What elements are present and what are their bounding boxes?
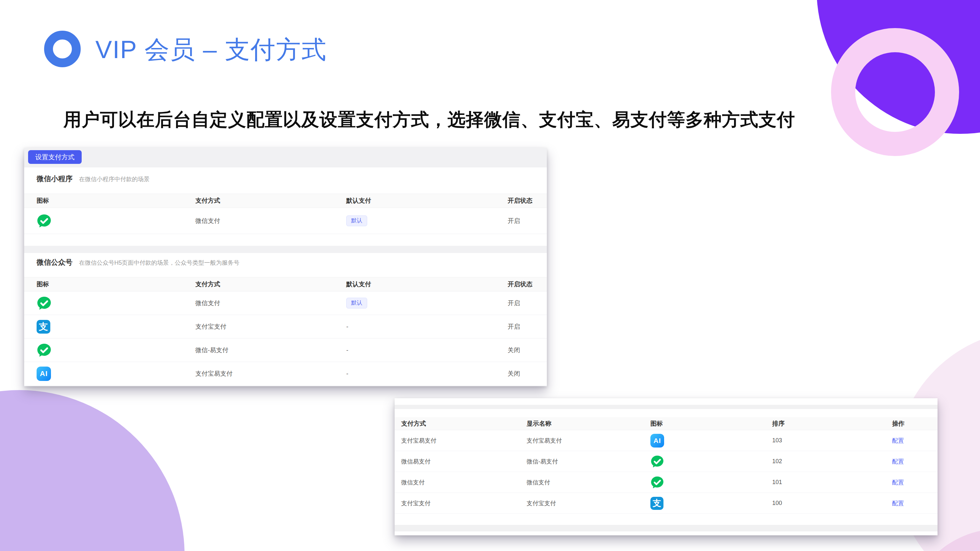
default-badge: 默认 — [346, 216, 367, 226]
sort-value: 103 — [772, 437, 892, 444]
col-header-icon: 图标 — [651, 419, 772, 428]
table-header-row: 图标 支付方式 默认支付 开启状态 — [24, 194, 547, 208]
default-placeholder: - — [346, 347, 508, 354]
payment-method-name: 微信支付 — [401, 478, 527, 486]
table-row: 微信支付 默认 开启 — [24, 208, 547, 234]
alipay-icon: 支 — [651, 497, 663, 510]
ai-glyph: AI — [654, 437, 661, 445]
wechat-pay-icon — [37, 343, 52, 358]
table-row: 支付宝支付 支付宝支付 支 100 配置 — [395, 493, 937, 514]
default-placeholder: - — [346, 323, 508, 330]
alipay-glyph: 支 — [39, 321, 48, 333]
col-header-status: 开启状态 — [508, 197, 547, 205]
alipay-yipay-icon: AI — [651, 434, 664, 448]
col-header-sort: 排序 — [772, 419, 892, 428]
table-header-row: 图标 支付方式 默认支付 开启状态 — [24, 277, 547, 292]
table-row: 微信支付 微信支付 101 配置 — [395, 472, 937, 493]
list-footer-spacer — [395, 514, 937, 525]
display-name: 支付宝支付 — [527, 499, 651, 507]
alipay-yipay-icon: AI — [37, 367, 51, 381]
display-name: 微信支付 — [527, 478, 651, 486]
config-link[interactable]: 配置 — [892, 457, 937, 465]
list-top-strip — [395, 398, 937, 405]
card-divider — [24, 246, 547, 253]
col-header-method: 支付方式 — [401, 419, 527, 428]
table-row: AI 支付宝易支付 - 关闭 — [24, 362, 547, 386]
payment-method-name: 支付宝易支付 — [195, 370, 346, 378]
status-text: 开启 — [508, 217, 547, 225]
wechat-pay-icon — [651, 476, 664, 489]
display-name: 微信-易支付 — [527, 457, 651, 465]
set-payment-method-button[interactable]: 设置支付方式 — [28, 150, 82, 164]
col-header-icon: 图标 — [37, 280, 195, 289]
section-title-mp: 微信公众号 — [37, 257, 73, 267]
weapp-scene-card: 微信小程序 在微信小程序中付款的场景 图标 支付方式 默认支付 开启状态 微信支… — [24, 167, 547, 246]
page-title: VIP 会员 – 支付方式 — [95, 31, 327, 68]
config-link[interactable]: 配置 — [892, 437, 937, 445]
alipay-icon: 支 — [37, 320, 50, 333]
list-table-header-row: 支付方式 显示名称 图标 排序 操作 — [395, 417, 937, 430]
col-header-action: 操作 — [892, 419, 937, 428]
mp-payment-table: 图标 支付方式 默认支付 开启状态 微信支付 默认 开启 支 支付宝支付 - — [24, 277, 547, 386]
default-placeholder: - — [346, 370, 508, 377]
payment-list-panel: 支付方式 显示名称 图标 排序 操作 支付宝易支付 支付宝易支付 AI 103 … — [395, 398, 937, 535]
slide-subtitle: 用户可以在后台自定义配置以及设置支付方式，选择微信、支付宝、易支付等多种方式支付 — [64, 108, 795, 132]
payment-method-name: 支付宝支付 — [195, 322, 346, 331]
col-header-method: 支付方式 — [195, 280, 346, 289]
payment-settings-panel: 设置支付方式 微信小程序 在微信小程序中付款的场景 图标 支付方式 默认支付 开… — [24, 148, 547, 386]
alipay-glyph: 支 — [653, 497, 661, 509]
table-row: 微信-易支付 - 关闭 — [24, 338, 547, 362]
section-desc-mp: 在微信公众号H5页面中付款的场景，公众号类型一般为服务号 — [79, 259, 239, 267]
table-row: 支 支付宝支付 - 开启 — [24, 315, 547, 338]
col-header-status: 开启状态 — [508, 280, 547, 289]
sort-value: 101 — [772, 479, 892, 486]
col-header-icon: 图标 — [37, 197, 195, 205]
wechat-pay-icon — [651, 455, 664, 468]
sort-value: 100 — [772, 500, 892, 507]
payment-method-name: 支付宝易支付 — [401, 437, 527, 445]
list-toolbar-strip — [395, 405, 937, 409]
mp-scene-card: 微信公众号 在微信公众号H5页面中付款的场景，公众号类型一般为服务号 图标 支付… — [24, 253, 547, 386]
table-row: 微信易支付 微信-易支付 102 配置 — [395, 451, 937, 472]
col-header-default: 默认支付 — [346, 280, 508, 289]
status-text: 开启 — [508, 299, 547, 308]
payment-method-name: 微信支付 — [195, 299, 346, 308]
section-title-weapp: 微信小程序 — [37, 174, 73, 184]
default-badge: 默认 — [346, 298, 367, 308]
config-link[interactable]: 配置 — [892, 478, 937, 486]
wechat-pay-icon — [37, 296, 52, 311]
lavender-circle — [0, 390, 185, 551]
status-text: 关闭 — [508, 370, 547, 378]
status-text: 开启 — [508, 322, 547, 331]
col-header-method: 支付方式 — [195, 197, 346, 205]
payment-method-name: 支付宝支付 — [401, 499, 527, 507]
ai-glyph: AI — [40, 370, 48, 378]
weapp-payment-table: 图标 支付方式 默认支付 开启状态 微信支付 默认 开启 — [24, 194, 547, 234]
list-footer-strip — [395, 525, 937, 531]
config-link[interactable]: 配置 — [892, 499, 937, 507]
settings-toolbar: 设置支付方式 — [24, 148, 547, 167]
table-row: 支付宝易支付 支付宝易支付 AI 103 配置 — [395, 430, 937, 451]
section-desc-weapp: 在微信小程序中付款的场景 — [79, 175, 150, 183]
slide: VIP 会员 – 支付方式 用户可以在后台自定义配置以及设置支付方式，选择微信、… — [0, 0, 980, 551]
col-header-default: 默认支付 — [346, 197, 508, 205]
display-name: 支付宝易支付 — [527, 437, 651, 445]
title-ring-icon — [44, 31, 81, 67]
payment-method-name: 微信-易支付 — [195, 346, 346, 354]
col-header-display-name: 显示名称 — [527, 419, 651, 428]
status-text: 关闭 — [508, 346, 547, 354]
payment-method-name: 微信支付 — [195, 217, 346, 225]
payment-method-name: 微信易支付 — [401, 457, 527, 465]
sort-value: 102 — [772, 458, 892, 465]
table-row: 微信支付 默认 开启 — [24, 292, 547, 315]
pink-ring-circle — [831, 28, 959, 156]
list-spacer — [395, 409, 937, 417]
wechat-pay-icon — [37, 213, 52, 229]
